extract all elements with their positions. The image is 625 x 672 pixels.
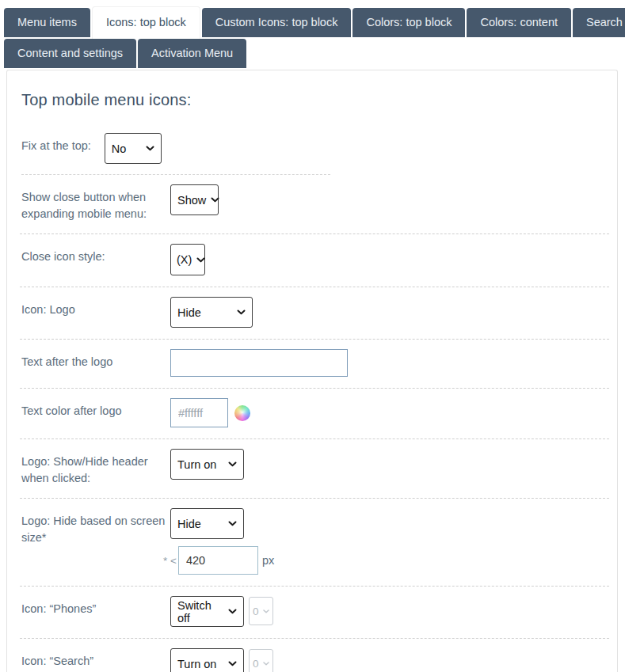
tab-bar-row1: Menu items Icons: top block Custom Icons… (4, 8, 625, 37)
tab-bar-row2: Content and settings Activation Menu (4, 39, 625, 68)
select-value: Hide (177, 306, 201, 319)
field-label: Icon: “Phones” (21, 596, 170, 617)
field-label: Fix at the top: (21, 133, 91, 154)
field-label: Show close button when expanding mobile … (21, 184, 170, 222)
settings-panel: Top mobile menu icons: Fix at the top: N… (6, 70, 618, 672)
screen-size-input[interactable] (178, 546, 258, 575)
field-label: Icon: Logo (21, 297, 170, 318)
chevron-down-icon (228, 521, 237, 526)
tab-custom-icons-top-block[interactable]: Custom Icons: top block (202, 8, 352, 37)
field-label: Logo: Hide based on screen size* (21, 508, 170, 546)
form-row-text-after-logo: Text after the logo (20, 340, 609, 389)
plugin-settings-page: Menu items Icons: top block Custom Icons… (0, 8, 625, 672)
chevron-down-icon (228, 661, 237, 666)
select-value: Show (177, 194, 206, 207)
chevron-down-icon (146, 146, 154, 151)
close-button-select[interactable]: Show (170, 184, 219, 215)
tab-content-and-settings[interactable]: Content and settings (4, 39, 136, 68)
color-wheel-icon[interactable] (234, 405, 250, 421)
icon-search-order-select[interactable]: 0 (249, 649, 273, 672)
select-value: Turn on (177, 458, 216, 471)
logo-hide-screen-select[interactable]: Hide (170, 508, 244, 539)
form-row-fix-at-top: Fix at the top: No (20, 123, 609, 175)
chevron-down-icon (211, 197, 219, 203)
field-label: Text after the logo (21, 349, 170, 370)
icon-phones-select[interactable]: Switch off (170, 596, 244, 627)
select-value: 0 (253, 658, 259, 670)
chevron-down-icon (237, 309, 246, 315)
close-icon-style-select[interactable]: (X) (170, 244, 205, 275)
form-row-text-color-after-logo: Text color after logo (20, 389, 609, 439)
select-value: (X) (177, 253, 192, 266)
tab-activation-menu[interactable]: Activation Menu (138, 39, 246, 68)
field-label: Logo: Show/Hide header when clicked: (21, 449, 170, 487)
select-value: Turn on (177, 658, 216, 670)
icon-phones-order-select[interactable]: 0 (249, 597, 273, 625)
chevron-down-icon (263, 662, 269, 666)
fix-at-top-select[interactable]: No (105, 133, 162, 164)
select-value: Hide (177, 518, 201, 530)
chevron-down-icon (263, 609, 269, 613)
icon-search-select[interactable]: Turn on (170, 648, 244, 672)
page-title: Top mobile menu icons: (21, 91, 609, 109)
form-row-close-button: Show close button when expanding mobile … (20, 175, 609, 234)
screen-size-condition-label: * < (163, 555, 177, 567)
select-value: Switch off (177, 599, 223, 625)
form-row-logo-hide-screen-size: Logo: Hide based on screen size* Hide * … (20, 499, 609, 587)
logo-header-click-select[interactable]: Turn on (170, 449, 244, 480)
text-color-input[interactable] (170, 398, 228, 427)
tab-colors-top-block[interactable]: Colors: top block (353, 8, 465, 37)
field-label: Text color after logo (21, 398, 170, 420)
tab-menu-items[interactable]: Menu items (4, 8, 90, 37)
chevron-down-icon (228, 609, 237, 614)
tab-icons-top-block[interactable]: Icons: top block (92, 6, 200, 39)
form-row-icon-search: Icon: “Search” Turn on 0 (20, 639, 609, 672)
icon-logo-select[interactable]: Hide (170, 297, 253, 328)
form-row-logo-header-click: Logo: Show/Hide header when clicked: Tur… (20, 439, 609, 499)
form-row-close-icon-style: Close icon style: (X) (20, 234, 609, 287)
form-row-icon-phones: Icon: “Phones” Switch off 0 (20, 587, 609, 639)
chevron-down-icon (196, 257, 205, 263)
tab-search-filter[interactable]: Search filter (573, 8, 625, 37)
chevron-down-icon (228, 461, 237, 467)
text-after-logo-input[interactable] (170, 349, 348, 377)
select-value: No (112, 142, 127, 155)
field-label: Icon: “Search” (21, 648, 170, 670)
tab-colors-content[interactable]: Colors: content (467, 8, 571, 37)
form-row-icon-logo: Icon: Logo Hide (20, 287, 609, 340)
field-label: Close icon style: (21, 244, 170, 265)
select-value: 0 (253, 606, 259, 617)
px-unit-label: px (262, 554, 274, 567)
